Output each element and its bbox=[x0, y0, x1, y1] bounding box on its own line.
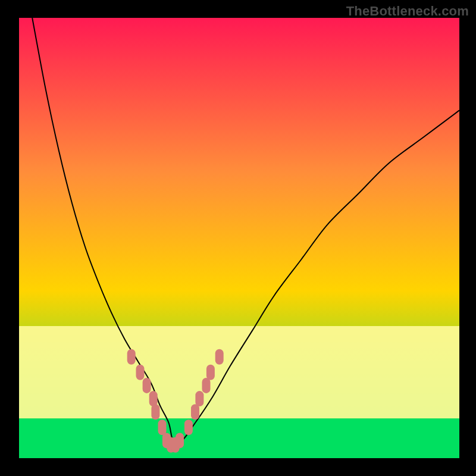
watermark: TheBottleneck.com bbox=[346, 4, 469, 19]
marker-dot bbox=[143, 378, 151, 393]
marker-dot bbox=[191, 404, 199, 419]
marker-dot bbox=[158, 419, 167, 435]
marker-dot bbox=[151, 404, 159, 419]
marker-dot bbox=[202, 378, 211, 393]
marker-dot bbox=[176, 433, 184, 448]
marker-dot bbox=[215, 349, 224, 365]
marker-dot bbox=[127, 349, 136, 365]
marker-dot bbox=[195, 391, 203, 406]
pale-yellow-band bbox=[19, 326, 459, 418]
bottleneck-chart bbox=[19, 18, 459, 458]
marker-dot bbox=[149, 391, 158, 406]
green-band bbox=[19, 418, 459, 458]
marker-dot bbox=[136, 365, 145, 380]
marker-dot bbox=[206, 365, 215, 380]
chart-svg bbox=[19, 18, 459, 458]
marker-dot bbox=[184, 419, 193, 435]
frame: TheBottleneck.com bbox=[0, 0, 476, 476]
